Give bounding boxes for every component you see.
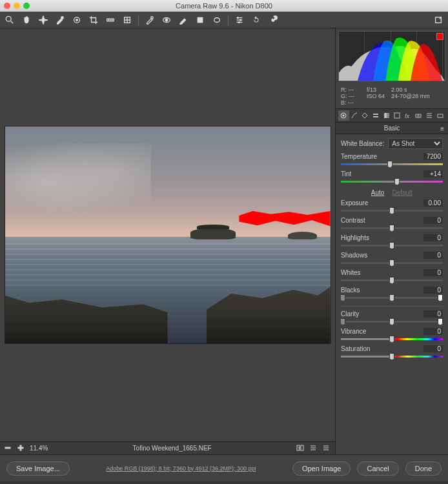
temperature-value[interactable]: 7200 <box>423 153 443 160</box>
svg-line-1 <box>11 21 14 23</box>
tab-snapshots[interactable] <box>434 110 445 121</box>
whites-slider[interactable] <box>341 277 443 285</box>
svg-rect-49 <box>438 114 443 117</box>
clarity-value[interactable]: 0 <box>423 310 443 318</box>
histogram[interactable] <box>338 31 445 81</box>
cancel-button[interactable]: Cancel <box>357 461 398 476</box>
auto-link[interactable]: Auto <box>371 189 385 196</box>
svg-rect-40 <box>384 113 387 118</box>
panel-tabs: fx <box>336 109 448 123</box>
red-eye-tool-icon[interactable] <box>161 14 172 26</box>
contrast-value[interactable]: 0 <box>423 217 443 224</box>
preview-area[interactable] <box>0 28 335 441</box>
highlights-value[interactable]: 0 <box>423 234 443 241</box>
filmstrip-toggle-icon[interactable] <box>322 444 331 453</box>
svg-point-16 <box>214 17 220 22</box>
tint-slider[interactable] <box>341 178 443 186</box>
vibrance-slider[interactable] <box>341 336 443 343</box>
default-link[interactable]: Default <box>392 189 412 196</box>
exposure-slider[interactable] <box>341 207 443 215</box>
aperture-value: f/13 <box>367 86 385 93</box>
white-balance-tool-icon[interactable] <box>37 14 49 26</box>
color-sampler-tool-icon[interactable] <box>54 14 66 26</box>
svg-point-2 <box>61 16 64 19</box>
svg-rect-15 <box>198 17 203 23</box>
svg-rect-26 <box>20 445 21 450</box>
targeted-adjustment-tool-icon[interactable] <box>71 14 83 26</box>
white-balance-select[interactable]: As Shot <box>388 138 443 149</box>
svg-point-12 <box>151 16 154 19</box>
zoom-tool-icon[interactable] <box>4 14 15 26</box>
contrast-slider[interactable] <box>341 225 443 232</box>
svg-rect-41 <box>387 113 389 118</box>
tab-effects[interactable]: fx <box>403 110 414 121</box>
file-bar: 11.4% Tofino Weekend_1665.NEF Y <box>0 441 335 454</box>
preview-image[interactable] <box>5 126 331 344</box>
blacks-value[interactable]: 0 <box>423 287 443 294</box>
temperature-slider[interactable] <box>341 161 443 168</box>
tab-lens[interactable] <box>392 110 403 121</box>
workflow-options-link[interactable]: Adobe RGB (1998); 8 bit; 7360 by 4912 (3… <box>106 465 256 472</box>
saturation-slider[interactable] <box>341 353 443 361</box>
rating-icon[interactable] <box>309 444 318 453</box>
svg-point-14 <box>165 19 168 21</box>
svg-point-22 <box>238 21 239 23</box>
svg-rect-28 <box>301 445 303 450</box>
tab-split-toning[interactable] <box>381 110 392 121</box>
white-balance-label: White Balance: <box>341 140 384 147</box>
tab-basic[interactable] <box>338 110 349 121</box>
highlights-slider[interactable] <box>341 242 443 250</box>
clarity-slider[interactable] <box>341 318 443 326</box>
transform-tool-icon[interactable] <box>121 14 133 26</box>
vibrance-value[interactable]: 0 <box>423 328 443 335</box>
exposure-value[interactable]: 0.00 <box>423 199 443 207</box>
hand-tool-icon[interactable] <box>21 14 32 26</box>
whites-value[interactable]: 0 <box>423 269 443 276</box>
zoom-in-icon[interactable] <box>17 444 26 453</box>
crop-tool-icon[interactable] <box>88 14 99 26</box>
tab-detail[interactable] <box>360 110 371 121</box>
spot-removal-tool-icon[interactable] <box>144 14 156 26</box>
zoom-out-icon[interactable] <box>4 444 13 453</box>
svg-point-37 <box>343 115 345 117</box>
zoom-level[interactable]: 11.4% <box>30 445 48 452</box>
svg-rect-24 <box>5 447 10 449</box>
separator <box>138 15 139 25</box>
preferences-icon[interactable] <box>234 14 245 26</box>
readout: R: --- G: --- B: --- f/13 ISO 64 2.00 s … <box>336 84 448 109</box>
tab-calibration[interactable] <box>413 110 424 121</box>
iso-value: ISO 64 <box>367 93 385 99</box>
shadows-value[interactable]: 0 <box>423 252 443 259</box>
graduated-filter-icon[interactable] <box>194 14 206 26</box>
open-image-button[interactable]: Open Image <box>292 461 351 476</box>
shutter-value: 2.00 s <box>391 86 430 93</box>
mark-for-delete-icon[interactable] <box>433 14 444 26</box>
svg-point-21 <box>240 19 241 21</box>
compare-mode-icon[interactable]: Y <box>296 444 305 453</box>
shadows-slider[interactable] <box>341 259 443 267</box>
svg-text:fx: fx <box>405 113 410 119</box>
tint-value[interactable]: +14 <box>423 170 443 177</box>
radial-filter-icon[interactable] <box>211 14 223 26</box>
footer: Save Image... Adobe RGB (1998); 8 bit; 7… <box>0 454 448 481</box>
toolbar <box>0 12 448 28</box>
saturation-value[interactable]: 0 <box>423 345 443 352</box>
save-image-button[interactable]: Save Image... <box>6 461 70 476</box>
svg-rect-39 <box>373 116 378 117</box>
rotate-ccw-icon[interactable] <box>250 14 262 26</box>
adjustment-brush-icon[interactable] <box>178 14 189 26</box>
blacks-slider[interactable] <box>341 294 443 302</box>
rotate-cw-icon[interactable] <box>267 14 279 26</box>
straighten-tool-icon[interactable] <box>105 14 116 26</box>
tab-curve[interactable] <box>349 110 360 121</box>
highlight-clipping-indicator[interactable] <box>436 33 443 40</box>
svg-point-4 <box>76 19 78 21</box>
svg-point-20 <box>238 17 239 18</box>
svg-rect-38 <box>373 114 378 115</box>
pane-menu-icon[interactable]: ≡ <box>440 125 444 132</box>
svg-text:Y: Y <box>298 446 301 450</box>
done-button[interactable]: Done <box>405 461 442 476</box>
pane-header: Basic ≡ <box>336 123 448 134</box>
tab-presets[interactable] <box>424 110 435 121</box>
tab-hsl[interactable] <box>371 110 382 121</box>
